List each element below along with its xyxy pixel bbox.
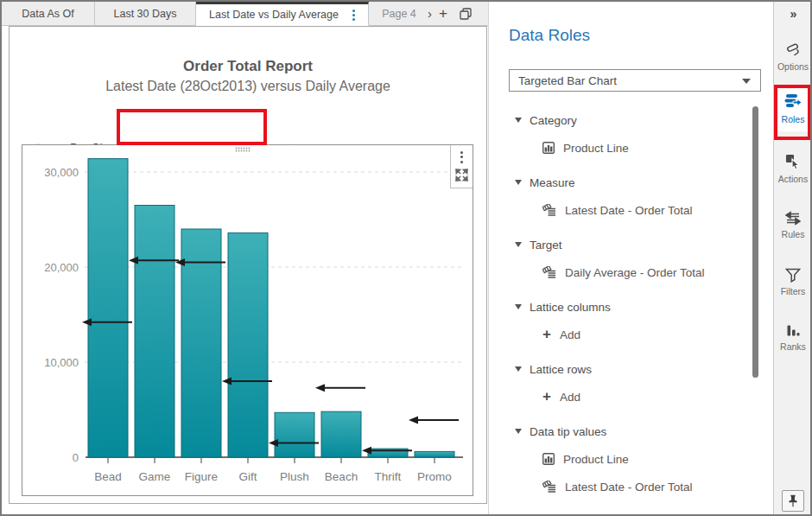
category-icon xyxy=(542,142,555,154)
section-category[interactable]: Category xyxy=(515,111,577,129)
svg-text:Promo: Promo xyxy=(417,470,452,483)
drag-handle-icon[interactable] xyxy=(235,147,251,153)
targeted-bar-chart-svg[interactable]: 010,00020,00030,000BeadGameFigureGiftPlu… xyxy=(22,145,473,495)
rail-item-options[interactable]: Options xyxy=(774,41,812,72)
collapse-panel-button[interactable]: » xyxy=(774,7,812,21)
section-caret-icon[interactable] xyxy=(515,429,522,434)
svg-text:30,000: 30,000 xyxy=(44,166,79,179)
tab-data-as-of[interactable]: Data As Of xyxy=(2,2,95,25)
rail-item-filters[interactable]: Filters xyxy=(774,268,812,296)
section-lattice-columns[interactable]: Lattice columns xyxy=(515,298,611,315)
rail-item-ranks[interactable]: Ranks xyxy=(774,323,812,352)
calculated-measure-icon xyxy=(542,204,556,217)
rail-item-actions[interactable]: Actions xyxy=(774,154,812,184)
section-caret-icon[interactable] xyxy=(515,180,522,185)
svg-text:Game: Game xyxy=(139,470,171,483)
section-measure[interactable]: Measure xyxy=(515,174,575,191)
rail-item-roles[interactable]: Roles xyxy=(774,87,812,131)
chart-type-select[interactable]: Targeted Bar Chart xyxy=(509,69,761,92)
svg-text:Beach: Beach xyxy=(325,470,358,483)
add-page-button[interactable]: + xyxy=(432,2,454,25)
plot-controls-box xyxy=(450,145,473,188)
filter-funnel-icon xyxy=(785,268,801,283)
role-item-product-line[interactable]: Product Line xyxy=(542,450,629,468)
duplicate-pages-icon xyxy=(460,8,472,20)
calculated-measure-icon xyxy=(542,266,556,279)
display-rules-icon xyxy=(785,211,801,226)
svg-text:10,000: 10,000 xyxy=(44,356,79,369)
pin-icon xyxy=(787,494,799,507)
svg-text:Gift: Gift xyxy=(238,470,257,483)
right-toolbar-rail: » Options Roles xyxy=(773,2,812,516)
category-icon xyxy=(542,453,555,465)
section-target[interactable]: Target xyxy=(515,236,562,253)
rail-item-rules[interactable]: Rules xyxy=(774,211,812,239)
maximize-icon[interactable] xyxy=(455,169,468,182)
plot-area: 010,00020,00030,000BeadGameFigureGiftPlu… xyxy=(22,144,473,496)
chart-subtitle: Latest Date (28Oct2013) versus Daily Ave… xyxy=(10,79,486,94)
add-lattice-row-button[interactable]: + Add xyxy=(542,388,580,405)
svg-text:Plush: Plush xyxy=(280,470,309,483)
role-item-latest-date-order-total[interactable]: Latest Date - Order Total xyxy=(542,201,693,219)
chart-overflow-kebab-icon[interactable] xyxy=(460,151,463,163)
active-tab-label: Last Date vs Daily Average xyxy=(209,9,339,21)
section-caret-icon[interactable] xyxy=(515,118,522,123)
ranks-bars-icon xyxy=(786,323,801,338)
tab-last-date-vs-daily-average[interactable]: Last Date vs Daily Average xyxy=(196,2,369,26)
data-roles-panel: Data Roles Targeted Bar Chart Category P… xyxy=(488,2,773,516)
panel-title: Data Roles xyxy=(509,26,590,45)
plus-icon: + xyxy=(542,328,551,341)
role-item-latest-date-order-total[interactable]: Latest Date - Order Total xyxy=(542,478,693,495)
section-caret-icon[interactable] xyxy=(515,304,522,309)
section-data-tip-values[interactable]: Data tip values xyxy=(515,423,606,440)
page-tab-bar: Data As Of Last 30 Days Last Date vs Dai… xyxy=(2,2,488,26)
svg-text:0: 0 xyxy=(73,451,79,464)
section-lattice-rows[interactable]: Lattice rows xyxy=(515,360,592,378)
add-lattice-column-button[interactable]: + Add xyxy=(542,326,580,343)
tab-menu-kebab-icon[interactable] xyxy=(352,10,355,21)
tab-last-30-days[interactable]: Last 30 Days xyxy=(95,2,196,25)
object-drag-handle-icon[interactable] xyxy=(243,171,258,177)
section-caret-icon[interactable] xyxy=(515,366,522,372)
plus-icon: + xyxy=(542,391,551,403)
roles-icon xyxy=(783,92,802,111)
duplicate-page-icon[interactable] xyxy=(454,2,477,25)
chart-type-select-value: Targeted Bar Chart xyxy=(518,74,617,87)
calculated-measure-icon xyxy=(542,481,556,494)
svg-text:Bead: Bead xyxy=(94,470,122,483)
svg-text:20,000: 20,000 xyxy=(44,261,79,274)
actions-icon xyxy=(785,154,802,170)
tab-page-4[interactable]: Page 4 xyxy=(374,2,424,25)
role-item-daily-average-order-total[interactable]: Daily Average - Order Total xyxy=(542,264,705,281)
role-item-product-line[interactable]: Product Line xyxy=(542,139,629,156)
svg-text:Thrift: Thrift xyxy=(375,470,402,483)
svg-text:Figure: Figure xyxy=(185,470,218,483)
panel-scrollbar[interactable] xyxy=(752,106,758,378)
report-object-card[interactable]: Order Total Report Latest Date (28Oct201… xyxy=(9,26,487,504)
section-caret-icon[interactable] xyxy=(515,242,522,247)
chart-title: Order Total Report xyxy=(10,58,486,75)
paint-roller-icon xyxy=(785,41,802,58)
chevron-down-icon xyxy=(742,79,751,84)
app-window: Data As Of Last 30 Days Last Date vs Dai… xyxy=(0,0,812,516)
pin-button[interactable] xyxy=(782,490,804,512)
